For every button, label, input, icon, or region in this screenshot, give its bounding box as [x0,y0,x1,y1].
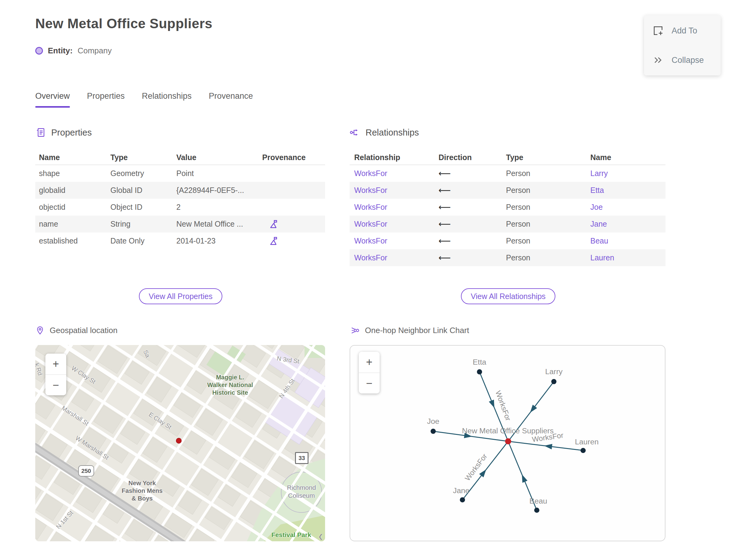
graph-edge-label: WorksFor [463,452,489,482]
entity-details-page: New Metal Office Suppliers Entity: Compa… [0,0,736,560]
relationships-table: Relationship Direction Type Name WorksFo… [350,150,665,266]
relationships-table-header: Relationship Direction Type Name [350,150,665,165]
tab-overview[interactable]: Overview [35,91,70,108]
map[interactable]: k Rd W Clay St Sa Marshall St W Marshall… [35,345,325,541]
link-chart-section-title: One-hop Neighbor Link Chart [365,326,469,335]
properties-table-header: Name Type Value Provenance [35,150,325,165]
relationship-link[interactable]: WorksFor [354,236,387,245]
link-chart-section-header: One-hop Neighbor Link Chart [351,326,469,335]
add-to-label: Add To [672,26,697,36]
graph-node-jane[interactable] [460,497,465,502]
tab-properties[interactable]: Properties [87,91,125,108]
properties-section-header: Properties [35,127,92,138]
graph-node-label: Etta [473,358,486,366]
direction-arrow: ⟵ [439,236,506,246]
graph-node-label: Larry [545,367,563,376]
link-chart[interactable]: EttaLarryJoeLaurenJaneBeauNew Metal Offi… [350,345,665,541]
tab-bar: Overview Properties Relationships Proven… [35,91,253,108]
relationships-section-title: Relationships [366,128,419,138]
table-row[interactable]: WorksFor ⟵ Person Etta [350,182,665,199]
place-label: Richmond Coliseum [283,484,320,500]
table-row[interactable]: WorksFor ⟵ Person Beau [350,232,665,249]
entity-type-value: Company [78,46,112,56]
relationship-link[interactable]: WorksFor [354,186,387,194]
direction-arrow: ⟵ [439,185,506,195]
page-title: New Metal Office Suppliers [35,16,213,31]
tab-provenance[interactable]: Provenance [209,91,253,108]
graph-node-joe[interactable] [431,429,436,434]
table-row[interactable]: objectid Object ID 2 [35,199,325,216]
entity-type-dot-icon [35,47,43,55]
table-row[interactable]: WorksFor ⟵ Person Joe [350,199,665,216]
route-shield-33: 33 [295,452,309,464]
map-pin-icon [35,326,45,335]
entity-link[interactable]: Joe [590,203,603,211]
view-all-relationships-button[interactable]: View All Relationships [461,288,555,304]
table-row[interactable]: WorksFor ⟵ Person Jane [350,216,665,232]
properties-table: Name Type Value Provenance shape Geometr… [35,150,325,249]
table-row[interactable]: WorksFor ⟵ Person Lauren [350,249,665,266]
place-label: New York Fashion Mens & Boys [117,479,167,502]
actions-panel: Add To Collapse [644,15,721,75]
entity-link[interactable]: Lauren [590,253,614,262]
graph-node-label: Beau [529,497,547,505]
relationship-link[interactable]: WorksFor [354,220,387,228]
provenance-flag-icon[interactable] [269,236,279,246]
provenance-flag-icon[interactable] [269,219,279,229]
graph-node-lauren[interactable] [581,448,586,453]
relationships-section-header: Relationships [350,127,419,138]
double-chevron-right-icon [653,55,664,66]
link-chart-zoom-control: + − [359,352,380,393]
link-chart-zoom-out-button[interactable]: − [359,373,380,393]
graph-edge-label: WorksFor [494,389,513,422]
entity-link[interactable]: Beau [590,236,608,245]
graph-node-label: Jane [453,486,470,495]
map-zoom-out-button[interactable]: − [45,374,66,395]
direction-arrow: ⟵ [439,202,506,212]
collapse-label: Collapse [672,56,704,65]
entity-row: Entity: Company [35,46,112,56]
view-all-properties-button[interactable]: View All Properties [139,288,222,304]
geospatial-section-header: Geospatial location [35,326,117,335]
map-location-marker[interactable] [176,438,182,443]
table-row[interactable]: globalid Global ID {A228944F-0EF5-... [35,182,325,199]
geospatial-section-title: Geospatial location [50,326,117,335]
direction-arrow: ⟵ [439,253,506,263]
link-chart-zoom-in-button[interactable]: + [359,352,380,373]
graph-node-label: Lauren [575,438,599,446]
direction-arrow: ⟵ [439,168,506,178]
place-label: Maggie L. Walker National Historic Site [203,374,257,397]
entity-link[interactable]: Larry [590,169,608,178]
graph-node-beau[interactable] [534,508,539,513]
document-icon [35,127,46,138]
direction-arrow: ⟵ [439,219,506,229]
one-hop-link-icon [351,326,360,335]
relationship-link[interactable]: WorksFor [354,203,387,211]
graph-center-node[interactable] [505,438,511,444]
map-zoom-control: + − [45,354,66,395]
properties-section-title: Properties [51,128,92,138]
table-row[interactable]: shape Geometry Point [35,165,325,182]
add-to-button[interactable]: Add To [653,25,712,36]
map-zoom-in-button[interactable]: + [45,354,66,374]
relationship-link[interactable]: WorksFor [354,169,387,178]
table-row[interactable]: established Date Only 2014-01-23 [35,232,325,249]
relationships-graph-icon [350,127,360,138]
relationship-link[interactable]: WorksFor [354,253,387,262]
graph-node-label: Joe [427,417,439,425]
graph-center-label: New Metal Office Suppliers [462,427,554,435]
entity-link[interactable]: Jane [590,220,607,228]
place-label: Festival Park [271,531,311,539]
table-row[interactable]: name String New Metal Office ... [35,216,325,232]
collapse-button[interactable]: Collapse [653,55,712,66]
route-shield-250: 250 [78,465,94,477]
map-attribution-toggle-icon[interactable]: ❮ [318,533,323,540]
entity-label: Entity: [48,46,73,56]
entity-link[interactable]: Etta [590,186,604,194]
add-to-icon [653,25,664,36]
link-chart-canvas: EttaLarryJoeLaurenJaneBeauNew Metal Offi… [350,346,665,541]
table-row[interactable]: WorksFor ⟵ Person Larry [350,165,665,182]
graph-node-larry[interactable] [551,379,557,384]
tab-relationships[interactable]: Relationships [142,91,192,108]
graph-node-etta[interactable] [477,369,482,374]
